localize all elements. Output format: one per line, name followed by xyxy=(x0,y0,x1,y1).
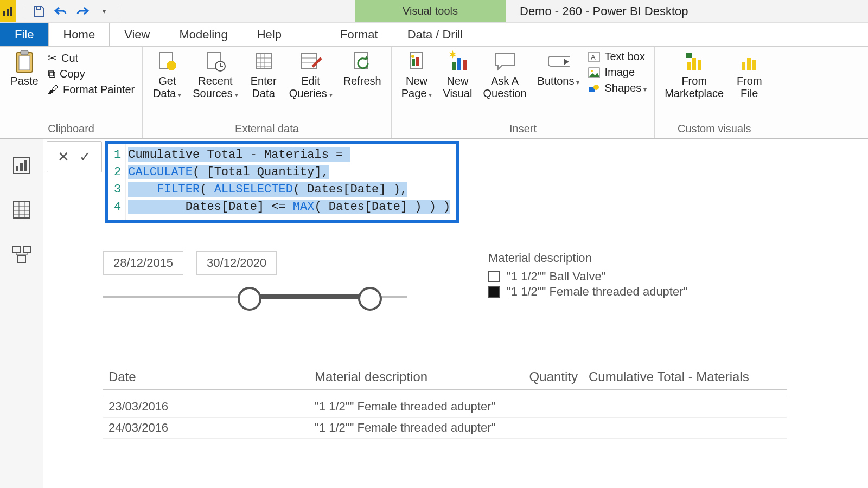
svg-rect-42 xyxy=(23,246,31,253)
from-file-label: From File xyxy=(737,75,762,100)
slider-handle-end[interactable] xyxy=(358,287,382,311)
svg-rect-1 xyxy=(7,9,9,16)
shapes-button[interactable]: Shapes xyxy=(586,81,649,95)
data-view-icon[interactable] xyxy=(9,197,34,222)
svg-rect-0 xyxy=(3,11,5,16)
format-painter-button[interactable]: 🖌 Format Painter xyxy=(46,83,137,97)
svg-rect-32 xyxy=(686,53,692,58)
date-slicer[interactable]: 28/12/2015 30/12/2020 xyxy=(103,251,852,275)
qat-customize-icon[interactable]: ▾ xyxy=(97,4,111,18)
window-title: Demo - 260 - Power BI Desktop xyxy=(506,0,703,22)
tab-format[interactable]: Format xyxy=(326,23,393,46)
undo-icon[interactable] xyxy=(54,4,68,18)
refresh-label: Refresh xyxy=(343,75,381,87)
group-label-clipboard: Clipboard xyxy=(5,121,137,137)
col-date[interactable]: Date xyxy=(103,365,309,389)
svg-rect-39 xyxy=(24,160,27,171)
tab-view[interactable]: View xyxy=(110,23,164,46)
quick-access-toolbar: ▾ xyxy=(16,0,127,22)
slicer-option-1-label: "1 1/2"" Female threaded adupter" xyxy=(507,285,687,299)
col-cumulative[interactable]: Cumulative Total - Materials xyxy=(583,365,768,389)
get-data-button[interactable]: Get Data xyxy=(148,49,186,101)
svg-rect-37 xyxy=(16,166,18,171)
scissors-icon: ✂ xyxy=(48,52,57,65)
svg-rect-16 xyxy=(412,59,415,66)
tab-file[interactable]: File xyxy=(0,23,48,46)
recent-sources-button[interactable]: Recent Sources xyxy=(188,49,242,101)
group-label-external: External data xyxy=(148,121,385,137)
tab-help[interactable]: Help xyxy=(242,23,296,46)
commit-formula-icon[interactable]: ✓ xyxy=(74,146,96,168)
new-visual-label: New Visual xyxy=(443,75,472,100)
report-view-icon[interactable] xyxy=(9,153,34,178)
col-quantity[interactable]: Quantity xyxy=(524,365,583,389)
buttons-button[interactable]: Buttons xyxy=(533,49,584,88)
col-material[interactable]: Material description xyxy=(309,365,524,389)
model-view-icon[interactable] xyxy=(9,242,34,267)
enter-data-button[interactable]: Enter Data xyxy=(245,49,283,101)
tab-home[interactable]: Home xyxy=(48,23,110,46)
new-page-icon xyxy=(405,50,428,73)
view-rail xyxy=(0,139,43,488)
slicer-end-date[interactable]: 30/12/2020 xyxy=(196,251,277,275)
svg-rect-31 xyxy=(698,60,701,70)
edit-queries-button[interactable]: Edit Queries xyxy=(285,49,337,101)
workspace: ✕ ✓ 1 2 3 4 Cumulative Total - Materials… xyxy=(0,139,868,488)
group-label-custom: Custom visuals xyxy=(660,121,768,137)
data-table[interactable]: Date Material description Quantity Cumul… xyxy=(103,365,787,439)
marketplace-icon xyxy=(683,50,706,73)
from-file-icon xyxy=(738,50,761,73)
image-label: Image xyxy=(604,66,635,79)
checkbox-icon xyxy=(488,271,500,282)
new-visual-icon: ✶ xyxy=(446,50,469,73)
svg-rect-3 xyxy=(36,7,41,10)
slicer-option-1[interactable]: "1 1/2"" Female threaded adupter" xyxy=(488,285,687,299)
save-icon[interactable] xyxy=(32,4,46,18)
slicer-option-0[interactable]: "1 1/2"" Ball Valve" xyxy=(488,269,687,284)
tab-modeling[interactable]: Modeling xyxy=(164,23,242,46)
paste-button[interactable]: Paste xyxy=(5,49,43,88)
contextual-tab-header: Visual tools xyxy=(355,0,506,22)
enter-data-label: Enter Data xyxy=(251,75,277,100)
svg-rect-19 xyxy=(452,62,456,70)
format-painter-label: Format Painter xyxy=(63,84,135,96)
brush-icon: 🖌 xyxy=(48,84,59,96)
table-row[interactable]: 23/03/2016 "1 1/2"" Female threaded adup… xyxy=(103,396,787,418)
ask-question-button[interactable]: Ask A Question xyxy=(479,49,531,101)
new-visual-button[interactable]: ✶ New Visual xyxy=(438,49,476,101)
group-clipboard: Paste ✂ Cut ⧉ Copy 🖌 Format Painter Clip… xyxy=(0,47,143,138)
svg-rect-43 xyxy=(18,256,25,262)
table-row[interactable]: 24/03/2016 "1 1/2"" Female threaded adup… xyxy=(103,418,787,439)
svg-text:✶: ✶ xyxy=(449,50,457,60)
svg-rect-29 xyxy=(687,62,691,70)
cut-button[interactable]: ✂ Cut xyxy=(46,51,137,65)
editor-gutter: 1 2 3 4 xyxy=(108,144,126,220)
svg-rect-33 xyxy=(742,62,745,70)
from-file-button[interactable]: From File xyxy=(730,49,768,101)
new-page-button[interactable]: New Page xyxy=(397,49,437,101)
ask-question-label: Ask A Question xyxy=(483,75,527,100)
text-box-button[interactable]: A Text box xyxy=(586,50,649,63)
svg-rect-2 xyxy=(10,7,12,16)
get-data-icon xyxy=(156,50,178,73)
group-label-insert: Insert xyxy=(397,121,649,137)
tab-data-drill[interactable]: Data / Drill xyxy=(393,23,478,46)
refresh-button[interactable]: Refresh xyxy=(339,49,386,88)
image-icon xyxy=(588,67,600,78)
svg-rect-17 xyxy=(416,57,419,66)
editor-code[interactable]: Cumulative Total - Materials = CALCULATE… xyxy=(126,144,456,220)
svg-point-15 xyxy=(411,55,414,58)
from-marketplace-button[interactable]: From Marketplace xyxy=(660,49,728,101)
copy-button[interactable]: ⧉ Copy xyxy=(46,67,137,81)
svg-rect-20 xyxy=(457,58,461,70)
slicer-start-date[interactable]: 28/12/2015 xyxy=(103,251,183,275)
cancel-formula-icon[interactable]: ✕ xyxy=(53,146,74,168)
slider-handle-start[interactable] xyxy=(238,287,261,311)
dax-editor[interactable]: 1 2 3 4 Cumulative Total - Materials = C… xyxy=(105,141,459,223)
table-row[interactable]: 22/03/2016 "1 1/2"" Female threaded adup… xyxy=(103,390,787,396)
shapes-icon xyxy=(588,83,600,94)
date-range-slider[interactable] xyxy=(103,284,407,311)
redo-icon[interactable] xyxy=(75,4,90,18)
image-button[interactable]: Image xyxy=(586,66,649,79)
clipboard-icon xyxy=(13,50,36,73)
